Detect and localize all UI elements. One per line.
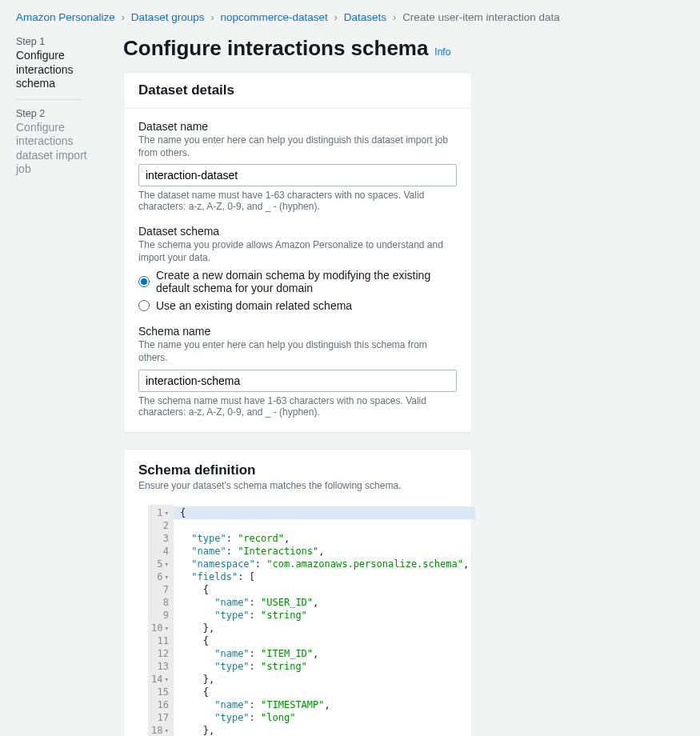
info-link[interactable]: Info — [434, 46, 450, 58]
page-title: Configure interactions schema — [123, 36, 428, 61]
breadcrumb-item[interactable]: Amazon Personalize — [16, 11, 115, 23]
dataset-name-constraint: The dataset name must have 1-63 characte… — [138, 190, 457, 212]
panel-heading: Dataset details — [138, 82, 457, 98]
breadcrumb-item[interactable]: Dataset groups — [131, 11, 205, 23]
breadcrumb: Amazon Personalize › Dataset groups › no… — [16, 11, 684, 23]
breadcrumb-current: Create user-item interaction data — [402, 11, 560, 23]
divider — [16, 99, 82, 100]
chevron-right-icon: › — [210, 11, 214, 23]
dataset-schema-desc: The schema you provide allows Amazon Per… — [138, 239, 457, 264]
schema-definition-panel: Schema definition Ensure your dataset's … — [123, 449, 472, 736]
schema-name-label: Schema name — [138, 325, 457, 338]
schema-definition-desc: Ensure your dataset's schema matches the… — [138, 480, 457, 493]
radio-icon — [138, 276, 150, 287]
schema-name-input[interactable] — [138, 370, 457, 392]
radio-label: Create a new domain schema by modifying … — [156, 269, 457, 294]
schema-code-editor[interactable]: 1▾ 2 3 4 5▾ 6▾ 7 8 9 10▾ 11 12 13 14▾ 15… — [148, 505, 418, 736]
breadcrumb-item[interactable]: nopcommerce-dataset — [220, 11, 327, 23]
panel-heading: Schema definition — [138, 462, 457, 478]
chevron-right-icon: › — [122, 11, 126, 23]
step-2-title: Configure interactions dataset import jo… — [16, 121, 96, 177]
radio-label: Use an existing domain related schema — [156, 299, 352, 312]
dataset-name-input[interactable] — [138, 164, 457, 186]
step-1-label: Step 1 — [16, 36, 96, 47]
radio-use-existing-schema[interactable]: Use an existing domain related schema — [138, 299, 457, 312]
breadcrumb-item[interactable]: Datasets — [344, 11, 386, 23]
schema-name-desc: The name you enter here can help you dis… — [138, 339, 457, 364]
dataset-name-label: Dataset name — [138, 120, 457, 133]
chevron-right-icon: › — [393, 11, 397, 23]
step-2-label: Step 2 — [16, 108, 96, 119]
wizard-steps: Step 1 Configure interactions schema Ste… — [16, 36, 96, 736]
schema-name-constraint: The schema name must have 1-63 character… — [138, 395, 457, 418]
dataset-details-panel: Dataset details Dataset name The name yo… — [123, 72, 472, 433]
dataset-name-desc: The name you enter here can help you dis… — [138, 134, 457, 159]
line-gutter: 1▾ 2 3 4 5▾ 6▾ 7 8 9 10▾ 11 12 13 14▾ 15… — [148, 505, 174, 736]
code-content[interactable]: { "type": "record", "name": "Interaction… — [174, 505, 475, 736]
radio-icon — [138, 300, 150, 311]
dataset-schema-label: Dataset schema — [138, 225, 457, 238]
radio-create-new-schema[interactable]: Create a new domain schema by modifying … — [138, 269, 457, 294]
step-1-title[interactable]: Configure interactions schema — [16, 49, 96, 91]
chevron-right-icon: › — [334, 11, 338, 23]
